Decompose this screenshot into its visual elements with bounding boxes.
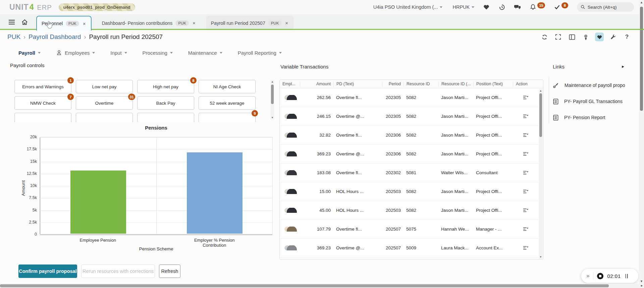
control-ni-age-check[interactable]: NI Age Check [199, 80, 256, 93]
tab-personnel[interactable]: Personnel PUK × [36, 16, 92, 31]
layout-columns-button[interactable] [568, 33, 576, 41]
help-button[interactable]: ? [623, 33, 631, 41]
scroll-down-icon[interactable]: ▼ [539, 255, 543, 258]
control-52-week-average[interactable]: 52 week average [199, 96, 256, 110]
scrollbar-thumb[interactable] [640, 7, 643, 111]
row-action-menu-button[interactable] [513, 133, 538, 138]
tab-close-icon[interactable]: × [284, 20, 289, 26]
page-title: Payroll run Period 202507 [89, 33, 163, 41]
table-row[interactable]: 262.56 Overtime fl... 202305 5082 Jason … [280, 88, 543, 107]
search-box[interactable] [577, 2, 634, 12]
rerun-resources-button[interactable]: Rerun resources with corrections [81, 265, 155, 278]
scroll-up-icon[interactable]: ▲ [270, 80, 274, 83]
refresh-button[interactable]: Refresh [159, 265, 180, 278]
controls-scrollbar[interactable]: ▲ ▼ [270, 80, 274, 119]
role-selector[interactable]: HRPUK [452, 4, 474, 10]
control-errors-and-warnings[interactable]: Errors and Warnings 1 [14, 80, 71, 93]
record-stop-icon[interactable] [597, 273, 603, 279]
favorite-page-button[interactable] [595, 33, 604, 41]
breadcrumb-section[interactable]: Payroll Dashboard [29, 33, 81, 41]
main-menu-button[interactable] [5, 14, 18, 30]
link-maintenance-of-payroll-propo[interactable]: Maintenance of payroll propo [553, 77, 639, 93]
fullscreen-button[interactable] [554, 33, 562, 41]
breadcrumb-root[interactable]: PUK [7, 33, 20, 41]
search-input[interactable] [588, 5, 630, 10]
column-header-resource-id[interactable]: Resource ID [404, 81, 438, 87]
scroll-right-icon[interactable]: ► [640, 284, 643, 287]
control-item[interactable] [76, 113, 133, 122]
insights-button[interactable] [581, 33, 590, 41]
link-py-pension-report[interactable]: PY- Pension Report [553, 109, 639, 126]
menu-item-maintenance[interactable]: Maintenance [188, 50, 222, 56]
notifications-button[interactable]: 15 [530, 4, 545, 10]
refresh-button[interactable] [540, 33, 549, 41]
page-horizontal-scrollbar[interactable]: ► [0, 284, 644, 288]
scroll-up-icon[interactable]: ▲ [539, 89, 543, 92]
table-row[interactable]: 369.23 Overtime @... 202507 5009 Laura M… [280, 239, 543, 257]
page-vertical-scrollbar[interactable]: ▲ ▼ [639, 0, 644, 284]
column-header-position-text[interactable]: Position (Text) [473, 81, 513, 87]
table-row[interactable] [280, 257, 543, 259]
control-nmw-check[interactable]: NMW Check 7 [14, 96, 71, 110]
links-expand-icon[interactable]: ► [621, 64, 625, 68]
table-row[interactable]: 369.23 Overtime @... 202306 5082 Jason M… [280, 145, 543, 163]
menu-item-processing[interactable]: Processing [143, 50, 173, 56]
collapse-chevrons-icon[interactable]: » [586, 273, 589, 279]
bar-employee-pension[interactable] [70, 171, 126, 234]
tab-close-icon[interactable]: × [192, 20, 196, 26]
control-high-net-pay[interactable]: High net pay 8 [137, 80, 194, 93]
messages-button[interactable] [514, 4, 521, 10]
scroll-up-icon[interactable]: ▲ [639, 1, 644, 4]
row-action-menu-button[interactable] [513, 208, 538, 213]
control-item[interactable] [14, 113, 71, 122]
scroll-down-icon[interactable]: ▼ [639, 280, 644, 283]
settings-button[interactable] [609, 33, 618, 41]
column-header-pd-text[interactable]: PD (Text) [333, 81, 382, 87]
menu-item-payroll[interactable]: Payroll [18, 50, 41, 56]
menu-item-payroll-reporting[interactable]: Payroll Reporting [238, 50, 282, 56]
table-row[interactable]: 15.00 HOL Hours ... 202503 5082 Jason Ma… [280, 182, 543, 201]
column-header-empl[interactable]: Empl... [280, 82, 300, 86]
table-row[interactable]: 45.00 HOL Hours ... 202503 5082 Jason Ma… [280, 201, 543, 220]
control-back-pay[interactable]: Back Pay [137, 96, 194, 110]
control-low-net-pay[interactable]: Low net pay [76, 80, 133, 93]
tab-dashboard-pension-contributions[interactable]: Dashboard- Pension contributions PUK × [97, 16, 201, 30]
row-action-menu-button[interactable] [513, 114, 538, 119]
row-action-menu-button[interactable] [513, 170, 538, 175]
table-row[interactable]: 183.08 Overtime fl... 202302 5081 Walter… [280, 163, 543, 182]
history-button[interactable] [498, 4, 505, 10]
table-scrollbar[interactable]: ▲ ▼ [539, 89, 543, 259]
row-action-menu-button[interactable] [513, 245, 538, 250]
employee-cell [280, 170, 300, 175]
scrollbar-thumb[interactable] [271, 85, 274, 104]
table-row[interactable]: 246.15 Overtime @... 202305 5082 Jason M… [280, 107, 543, 126]
pause-icon[interactable] [625, 274, 628, 278]
column-header-action[interactable]: Action [513, 81, 538, 87]
column-header-period[interactable]: Period [382, 81, 404, 87]
scroll-down-icon[interactable]: ▼ [270, 116, 274, 119]
scrollbar-thumb[interactable] [539, 93, 542, 137]
favorites-button[interactable] [483, 4, 490, 10]
control-overtime[interactable]: Overtime 31 [76, 96, 133, 110]
control-item[interactable]: 9 [199, 113, 256, 122]
menu-item-input[interactable]: Input [110, 50, 127, 56]
row-action-menu-button[interactable] [513, 227, 538, 232]
column-header-resource-id[interactable]: Resource ID (... [438, 81, 473, 87]
row-action-menu-button[interactable] [513, 151, 538, 156]
control-item[interactable] [137, 113, 194, 122]
bar-employer-pension-contribution[interactable] [187, 152, 243, 234]
confirm-payroll-proposal-button[interactable]: Confirm payroll proposal [18, 265, 77, 278]
tab-payroll-run-period-202507[interactable]: Payroll run Period 202507 PUK × [206, 16, 293, 30]
link-py-payroll-gl-transactions[interactable]: PY- Payroll GL Transactions [553, 93, 639, 109]
tab-close-icon[interactable]: × [82, 21, 87, 27]
row-action-menu-button[interactable] [513, 95, 538, 100]
menu-item-employees[interactable]: Employees [56, 50, 95, 56]
table-row[interactable]: 107.79 Overtime fl... 202507 5075 Hannah… [280, 220, 543, 239]
company-selector[interactable]: U4ia PSO United Kingdom (... [373, 4, 443, 10]
home-button[interactable] [18, 14, 31, 30]
tasks-button[interactable]: 8 [554, 4, 568, 10]
scrollbar-thumb[interactable] [0, 284, 609, 287]
row-action-menu-button[interactable] [513, 189, 538, 194]
column-header-amount[interactable]: Amount [300, 81, 333, 87]
table-row[interactable]: 32.82 Overtime fl... 202306 5082 Jason M… [280, 126, 543, 145]
